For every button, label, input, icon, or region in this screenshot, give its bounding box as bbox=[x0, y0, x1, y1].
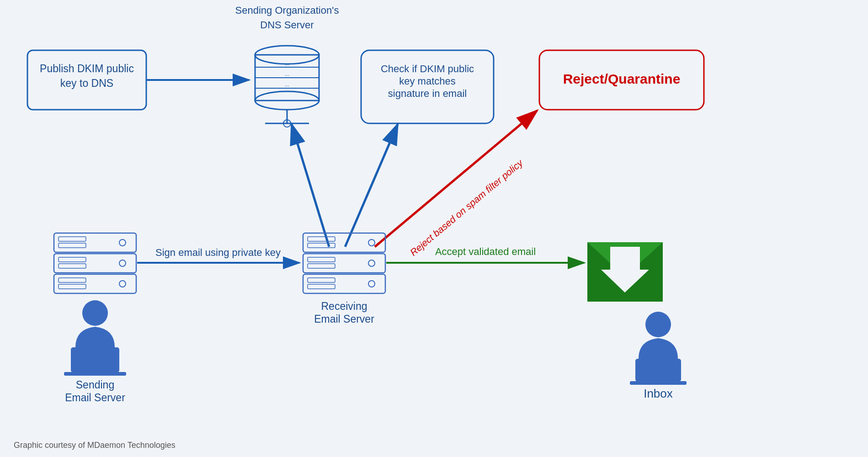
svg-rect-37 bbox=[64, 372, 126, 376]
check-dkim-line3: signature in email bbox=[388, 88, 467, 99]
svg-rect-55 bbox=[635, 359, 681, 382]
check-dkim-line1: Check if DKIM public bbox=[381, 63, 474, 74]
footer-text: Graphic courtesy of MDaemon Technologies bbox=[14, 441, 176, 450]
reject-label: Reject/Quarantine bbox=[563, 71, 681, 86]
sign-email-label: Sign email using private key bbox=[155, 247, 281, 258]
svg-text:...: ... bbox=[285, 60, 289, 67]
dns-server-title-line1: Sending Organization's bbox=[235, 5, 339, 16]
sending-server-line1: Sending bbox=[76, 379, 114, 391]
dns-server-title-line2: DNS Server bbox=[260, 19, 314, 31]
svg-point-35 bbox=[82, 300, 108, 326]
svg-point-54 bbox=[645, 312, 671, 337]
svg-rect-56 bbox=[630, 381, 687, 385]
dkim-diagram: Sending Organization's DNS Server ... ..… bbox=[0, 0, 868, 457]
receiving-server-line2: Email Server bbox=[314, 313, 374, 325]
accept-email-label: Accept validated email bbox=[435, 246, 536, 257]
svg-text:...: ... bbox=[285, 81, 289, 88]
svg-rect-36 bbox=[71, 347, 119, 372]
sending-server-line2: Email Server bbox=[65, 392, 125, 404]
receiving-server-line1: Receiving bbox=[321, 300, 367, 312]
publish-dkim-line1: Publish DKIM public bbox=[40, 63, 134, 74]
publish-dkim-line2: key to DNS bbox=[60, 77, 113, 89]
svg-text:...: ... bbox=[285, 71, 289, 77]
check-dkim-line2: key matches bbox=[399, 75, 456, 87]
inbox-label: Inbox bbox=[644, 387, 673, 400]
